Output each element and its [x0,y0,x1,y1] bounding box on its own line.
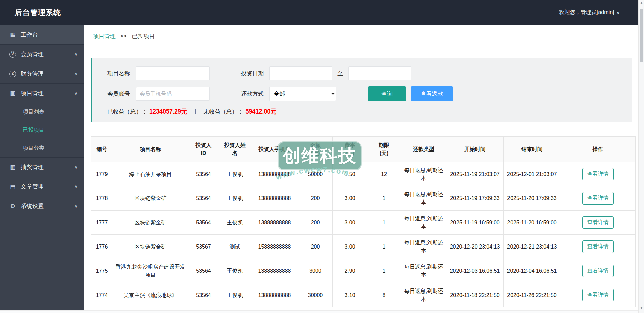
cell-end: 2025-12-01 21:03:07 [504,162,560,186]
sidebar-item-1[interactable]: V会员管理∨ [0,45,84,64]
user-menu[interactable]: 欢迎您，管理员[admin] ∨ [559,9,620,16]
search-button[interactable]: 查询 [368,86,406,101]
cell-rate: 3.10 [333,283,367,307]
sidebar-item-4[interactable]: ▦抽奖管理∨ [0,158,84,177]
project-name-input[interactable] [136,66,210,80]
settings-icon: ⚙ [9,203,16,210]
date-to-label: 至 [337,70,343,77]
cell-name: 海上石油开采项目 [113,162,188,186]
chevron-down-icon: ∨ [74,184,78,189]
received-value: 1234057.29元 [149,107,187,116]
cell-amount: 50000 [298,162,333,186]
member-icon: V [9,51,16,58]
table-row: 1779海上石油开采项目53564王俊凯13888888888500001.50… [91,162,636,186]
cell-amount: 200 [298,211,333,235]
cell-start: 2025-11-19 17:09:33 [446,186,504,211]
cell-action: 查看详情 [560,259,636,283]
received-label: 已收益（总）： [107,108,147,116]
col-header-2: 投资人 ID [188,137,219,162]
cell-days: 1 [367,211,401,235]
horizontal-scrollbar[interactable] [0,310,638,313]
cell-action: 查看详情 [560,235,636,259]
repay-method-select[interactable]: 全部 [269,87,336,101]
view-refund-button[interactable]: 查看返款 [411,86,453,101]
project-name-label: 项目名称 [107,70,131,77]
unreceived-value: 59412.00元 [246,107,277,116]
scroll-down-icon[interactable]: ▼ [639,306,644,310]
col-header-8: 还款类型 [401,137,446,162]
sidebar-item-5[interactable]: ▤文章管理∨ [0,177,84,196]
sidebar: ▦工作台V会员管理∨¥财务管理∨▣项目管理∧项目列表已投项目项目分类▦抽奖管理∨… [0,25,84,310]
cell-investor_id: 53564 [188,211,219,235]
breadcrumb-parent[interactable]: 项目管理 [93,32,116,40]
finance-icon: ¥ [9,71,16,77]
cell-start: 2020-11-18 22:21:50 [446,283,504,307]
sidebar-item-6[interactable]: ⚙系统设置∨ [0,196,84,216]
sidebar-item-3[interactable]: ▣项目管理∧ [0,84,84,103]
filter-row-2: 会员账号 还款方式 全部 查询 查看返款 [107,86,632,101]
cell-amount: 200 [298,186,333,211]
table-row: 1774吴京主演《流浪地球》53564王俊凯13888888888300003.… [91,283,636,307]
view-detail-button[interactable]: 查看详情 [582,289,614,301]
sidebar-item-label: 抽奖管理 [21,163,74,171]
view-detail-button[interactable]: 查看详情 [582,216,614,229]
cell-end: 2025-11-20 16:59:00 [504,211,560,235]
col-header-3: 投资人姓 名 [219,137,251,162]
cell-repay_type: 每日返息,到期还本 [401,235,446,259]
cell-name: 吴京主演《流浪地球》 [113,283,188,307]
lottery-icon: ▦ [9,164,16,171]
invest-date-end-input[interactable] [348,66,411,80]
cell-amount: 30000 [298,283,333,307]
sidebar-subitem-2[interactable]: 项目分类 [0,139,84,157]
app-title: 后台管理系统 [15,8,61,18]
cell-end: 2020-12-21 23:04:13 [504,235,560,259]
summary-row: 已收益（总）： 1234057.29元 | 未收益（总）： 59412.00元 [107,107,632,116]
sidebar-item-label: 财务管理 [21,70,74,78]
cell-investor_name: 王俊凯 [219,162,251,186]
cell-end: 2020-11-26 22:21:50 [504,283,560,307]
cell-phone: 13888888888 [251,259,298,283]
cell-repay_type: 每日返息,到期还本 [401,186,446,211]
vertical-scrollbar[interactable]: ▲ ▼ [638,0,644,313]
project-icon: ▣ [9,90,16,97]
table-row: 1775香港九龙尖沙咀房产建设开发项目53564王俊凯1388888888830… [91,259,636,283]
cell-days: 12 [367,162,401,186]
sidebar-subitem-0[interactable]: 项目列表 [0,103,84,121]
cell-id: 1777 [91,211,113,235]
member-account-input[interactable] [136,87,210,101]
cell-days: 1 [367,235,401,259]
table-row: 1777区块链紫金矿53564王俊凯138888888882003.001每日返… [91,211,636,235]
cell-id: 1774 [91,283,113,307]
scrollbar-thumb[interactable] [640,9,643,62]
sidebar-item-0[interactable]: ▦工作台 [0,25,84,44]
view-detail-button[interactable]: 查看详情 [582,240,614,253]
scroll-up-icon[interactable]: ▲ [639,1,644,4]
sidebar-subitem-1[interactable]: 已投项目 [0,121,84,139]
unreceived-label: 未收益（总）： [204,108,244,116]
view-detail-button[interactable]: 查看详情 [582,192,614,205]
sidebar-item-label: 会员管理 [21,50,74,58]
sidebar-item-2[interactable]: ¥财务管理∨ [0,64,84,83]
cell-id: 1776 [91,235,113,259]
view-detail-button[interactable]: 查看详情 [582,168,614,180]
cell-start: 2025-11-19 21:03:07 [446,162,504,186]
col-header-0: 编号 [91,137,113,162]
cell-repay_type: 每日返息,到期还本 [401,259,446,283]
cell-investor_name: 王俊凯 [219,259,251,283]
cell-investor_name: 王俊凯 [219,283,251,307]
summary-divider: | [195,108,196,115]
invest-date-start-input[interactable] [269,66,332,80]
cell-end: 2020-12-04 16:06:51 [504,259,560,283]
sidebar-menu: ▦工作台V会员管理∨¥财务管理∨▣项目管理∧项目列表已投项目项目分类▦抽奖管理∨… [0,25,84,216]
cell-investor_name: 王俊凯 [219,211,251,235]
chevron-down-icon: ∨ [74,71,78,76]
cell-investor_id: 53564 [188,259,219,283]
cell-investor_name: 测试 [219,235,251,259]
breadcrumb-separator: >> [120,33,127,39]
cell-days: 1 [367,186,401,211]
cell-repay_type: 每日返息,到期还本 [401,211,446,235]
cell-rate: 2.90 [333,259,367,283]
view-detail-button[interactable]: 查看详情 [582,265,614,277]
col-header-6: 费率 (%) [333,137,367,162]
cell-name: 区块链紫金矿 [113,186,188,211]
